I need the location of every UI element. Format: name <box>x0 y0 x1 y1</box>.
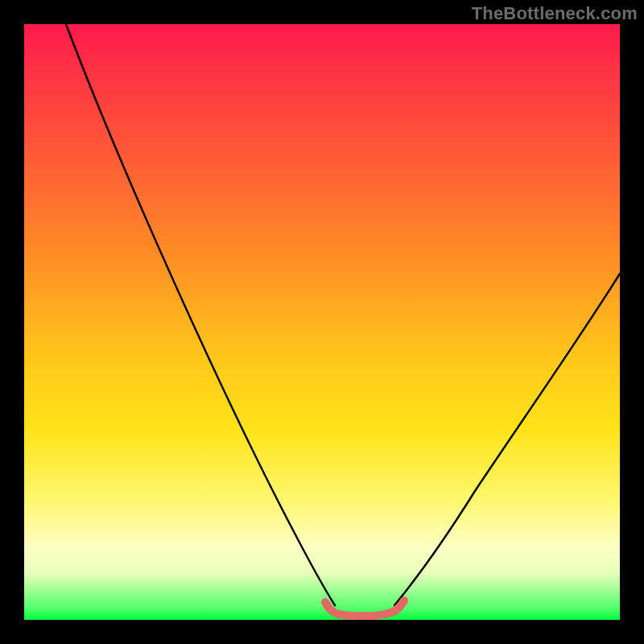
watermark-text: TheBottleneck.com <box>472 3 638 24</box>
curve-right-branch <box>394 274 620 605</box>
chart-curves-svg <box>24 24 620 620</box>
curve-left-branch <box>66 24 335 605</box>
curve-bottom-highlight <box>325 601 404 616</box>
chart-frame: TheBottleneck.com <box>0 0 644 644</box>
